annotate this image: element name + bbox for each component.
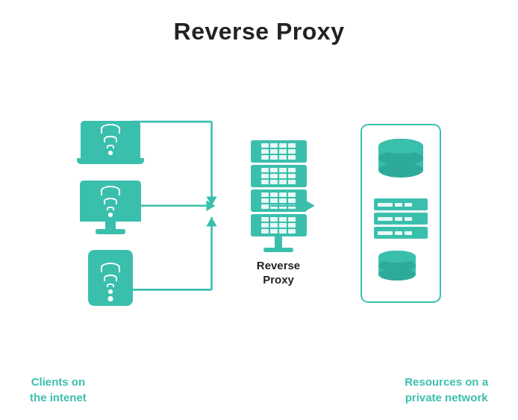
server-cell — [261, 174, 269, 178]
proxy-server-column: Reverse Proxy — [249, 140, 308, 287]
server-cell — [279, 180, 287, 184]
wifi-arc-large-t — [101, 263, 120, 272]
wifi-dot-t — [108, 289, 113, 294]
server-cell — [288, 180, 296, 184]
database-icon-2 — [374, 251, 428, 288]
server-cell — [279, 229, 287, 233]
server-cell — [279, 204, 287, 209]
svg-point-19 — [378, 251, 416, 263]
server-cell — [279, 192, 287, 197]
laptop-wifi-icon — [101, 124, 120, 155]
wifi-arc-small-t — [107, 283, 114, 287]
server-cell — [288, 192, 296, 197]
server-cell — [261, 198, 269, 203]
server-cell — [288, 149, 296, 154]
wifi-arc-small-d — [107, 207, 114, 210]
svg-marker-4 — [206, 201, 215, 211]
server-cell — [288, 229, 296, 233]
server-unit-4 — [251, 214, 307, 236]
server-cell — [288, 217, 296, 222]
rack-indicator — [378, 203, 393, 207]
server-cell — [261, 143, 269, 148]
clients-column — [77, 121, 144, 306]
server-cell — [279, 174, 287, 178]
server-cell — [261, 180, 269, 184]
server-cell — [270, 155, 278, 160]
server-cell — [261, 223, 269, 228]
server-grid-3 — [261, 192, 296, 209]
rack-indicator — [378, 217, 393, 221]
server-unit-2 — [251, 165, 307, 187]
server-cell — [270, 192, 278, 197]
wifi-arc-medium-t — [104, 275, 117, 281]
proxy-label: Reverse Proxy — [257, 258, 300, 287]
clients-label: Clients on the intenet — [30, 374, 87, 405]
server-cell — [261, 217, 269, 222]
wifi-arc-medium-d — [104, 198, 117, 204]
server-cell — [288, 168, 296, 172]
server-cell — [279, 155, 287, 160]
wifi-dot — [108, 151, 113, 155]
wifi-arc-medium — [104, 136, 117, 142]
server-cell — [288, 143, 296, 148]
desktop-wifi-icon — [101, 186, 120, 217]
desktop-neck — [105, 222, 116, 229]
rack-server-icon — [374, 198, 428, 239]
server-cell — [279, 223, 287, 228]
server-unit-3 — [251, 189, 307, 212]
server-cell — [288, 198, 296, 203]
rack-indicator-sm — [395, 217, 402, 221]
server-grid-4 — [261, 217, 296, 233]
server-cell — [270, 217, 278, 222]
server-cell — [288, 155, 296, 160]
server-cell — [279, 168, 287, 172]
rack-indicator-sm — [395, 231, 402, 235]
server-cell — [261, 168, 269, 172]
desktop-icon — [77, 181, 144, 236]
server-cell — [270, 174, 278, 178]
server-base — [263, 248, 293, 252]
resources-box — [361, 124, 441, 303]
server-cell — [288, 174, 296, 178]
rack-indicator — [378, 231, 393, 235]
server-cell — [261, 149, 269, 154]
server-cell — [270, 204, 278, 209]
wifi-arc-large — [101, 124, 120, 134]
server-cell — [261, 192, 269, 197]
rack-unit-2 — [374, 213, 428, 225]
wifi-arc-large-d — [101, 186, 120, 195]
desktop-foot — [96, 229, 125, 234]
svg-marker-7 — [206, 217, 216, 226]
tablet-wifi-icon — [101, 263, 120, 294]
server-cell — [288, 223, 296, 228]
diagram-container: Reverse Proxy — [0, 0, 518, 420]
server-cell — [270, 229, 278, 233]
proxy-server — [249, 140, 308, 252]
diagram-body: Reverse Proxy — [0, 53, 518, 374]
laptop-base — [77, 158, 144, 164]
wifi-dot-d — [108, 213, 113, 217]
rack-indicator-sm — [405, 217, 412, 221]
tablet-home-button — [108, 296, 113, 301]
bottom-labels: Clients on the intenet Resources on a pr… — [0, 374, 518, 420]
server-grid-1 — [261, 143, 296, 160]
server-cell — [270, 143, 278, 148]
server-cell — [279, 198, 287, 203]
database-icon-1 — [374, 139, 428, 187]
laptop-screen — [81, 121, 140, 158]
server-cell — [270, 198, 278, 203]
server-cell — [288, 204, 296, 209]
server-cell — [279, 149, 287, 154]
svg-marker-2 — [206, 196, 216, 205]
server-cell — [261, 204, 269, 209]
server-cell — [261, 155, 269, 160]
server-stem — [275, 236, 282, 248]
server-unit-1 — [251, 140, 307, 163]
rack-unit-1 — [374, 198, 428, 210]
rack-unit-3 — [374, 227, 428, 239]
server-cell — [270, 168, 278, 172]
wifi-arc-small — [107, 145, 114, 148]
server-cell — [270, 223, 278, 228]
rack-indicator-sm — [405, 203, 412, 207]
desktop-screen — [80, 181, 141, 222]
